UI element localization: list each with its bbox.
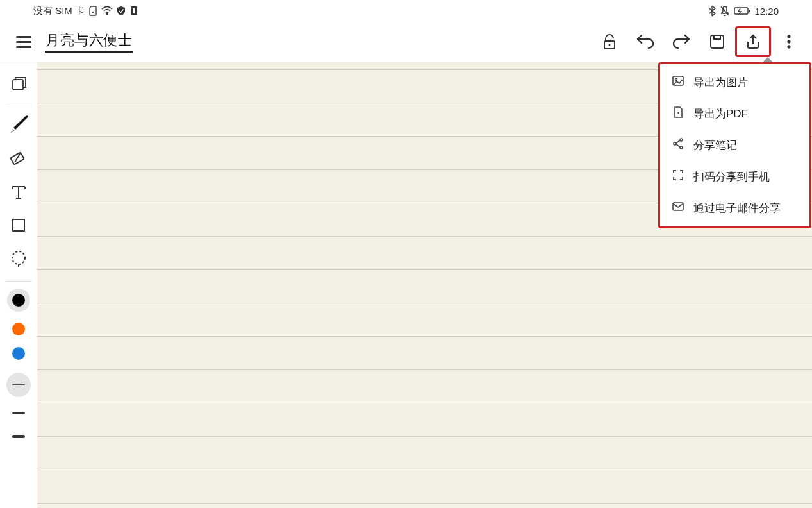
email-share-label: 通过电子邮件分享 — [693, 201, 781, 216]
share-dropdown: 导出为图片 导出为PDF 分享笔记 扫码分享到手机 通过电子邮件分享 — [658, 62, 811, 228]
redo-button[interactable] — [663, 26, 699, 57]
status-bar: 没有 SIM 卡 12:20 — [0, 0, 812, 22]
color-orange[interactable] — [4, 319, 33, 339]
pages-tool[interactable] — [4, 69, 33, 98]
shape-tool[interactable] — [4, 210, 33, 240]
separator — [6, 281, 31, 282]
svg-rect-10 — [711, 35, 724, 48]
tool-sidebar — [0, 62, 37, 508]
text-tool[interactable] — [4, 177, 33, 207]
sim-card-icon — [88, 6, 97, 16]
export-image-item[interactable]: 导出为图片 — [660, 67, 809, 98]
color-blue[interactable] — [4, 343, 33, 364]
svg-point-11 — [788, 35, 790, 38]
sim-status-text: 没有 SIM 卡 — [33, 5, 85, 17]
share-icon — [672, 137, 684, 153]
svg-point-0 — [92, 12, 94, 13]
qr-icon — [672, 169, 684, 185]
svg-point-22 — [674, 142, 676, 145]
undo-button[interactable] — [627, 26, 663, 57]
svg-rect-4 — [133, 10, 135, 13]
battery-icon — [734, 6, 750, 15]
svg-rect-17 — [13, 219, 24, 231]
svg-rect-6 — [734, 8, 748, 14]
qr-share-item[interactable]: 扫码分享到手机 — [660, 161, 809, 192]
pdf-icon — [672, 106, 684, 122]
lock-button[interactable] — [592, 26, 627, 57]
stroke-thin-selected[interactable] — [4, 370, 33, 400]
wifi-icon — [101, 6, 113, 15]
svg-point-23 — [680, 139, 683, 141]
svg-rect-14 — [13, 80, 23, 90]
color-black[interactable] — [4, 285, 33, 315]
export-pdf-label: 导出为PDF — [693, 106, 748, 121]
more-button[interactable] — [771, 26, 807, 57]
svg-point-21 — [677, 112, 679, 114]
svg-point-24 — [680, 146, 683, 149]
lasso-tool[interactable] — [4, 244, 33, 273]
stroke-medium[interactable] — [4, 403, 33, 423]
svg-point-12 — [788, 40, 790, 43]
share-button-wrap — [735, 26, 771, 57]
eraser-tool[interactable] — [4, 144, 33, 173]
svg-rect-25 — [673, 203, 683, 210]
share-note-item[interactable]: 分享笔记 — [660, 130, 809, 161]
share-note-label: 分享笔记 — [693, 138, 737, 153]
svg-line-5 — [721, 6, 729, 15]
work-area: 导出为图片 导出为PDF 分享笔记 扫码分享到手机 通过电子邮件分享 — [0, 62, 812, 508]
menu-button[interactable] — [12, 30, 36, 54]
info-icon — [129, 6, 138, 16]
clock-text: 12:20 — [754, 6, 779, 17]
document-title[interactable]: 月亮与六便士 — [45, 31, 133, 53]
pen-tool[interactable] — [4, 110, 33, 140]
email-share-item[interactable]: 通过电子邮件分享 — [660, 192, 809, 224]
svg-point-18 — [12, 251, 25, 264]
separator — [6, 106, 31, 106]
svg-rect-7 — [749, 10, 750, 12]
qr-share-label: 扫码分享到手机 — [693, 169, 770, 184]
save-button[interactable] — [699, 26, 735, 57]
mute-icon — [720, 5, 730, 17]
bluetooth-icon — [708, 5, 716, 17]
export-pdf-item[interactable]: 导出为PDF — [660, 98, 809, 130]
stroke-thick[interactable] — [4, 427, 33, 446]
svg-point-1 — [106, 13, 108, 15]
mail-icon — [672, 200, 684, 216]
svg-point-3 — [133, 8, 135, 10]
svg-point-13 — [788, 46, 790, 48]
share-button[interactable] — [735, 26, 771, 57]
export-image-label: 导出为图片 — [693, 75, 748, 90]
shield-icon — [117, 6, 126, 16]
image-icon — [672, 74, 684, 90]
app-bar: 月亮与六便士 — [0, 22, 812, 62]
svg-point-20 — [675, 78, 677, 80]
svg-point-9 — [609, 44, 611, 46]
